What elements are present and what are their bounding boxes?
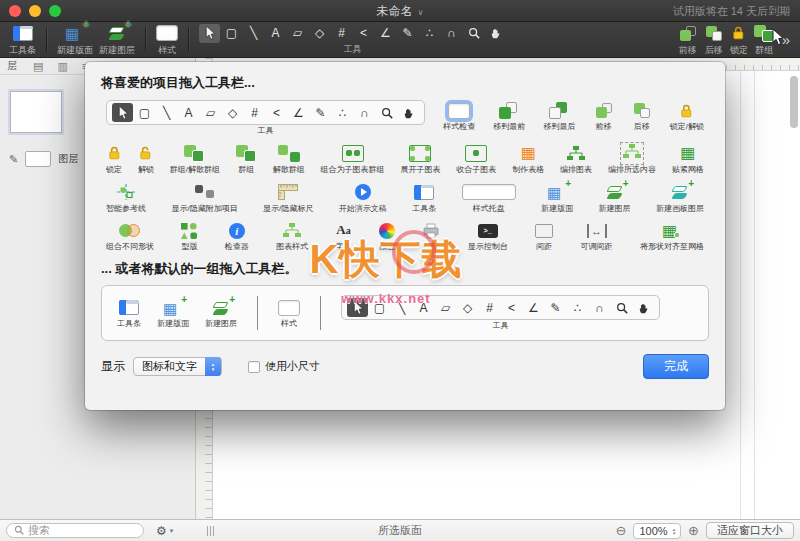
item-lock[interactable]: 锁定	[727, 23, 751, 56]
item-new-layer[interactable]: +新建图层	[96, 23, 138, 56]
tool-magnet-icon[interactable]: ∩	[589, 298, 610, 317]
zoom-in-icon[interactable]: ⊕	[688, 523, 699, 538]
item-console[interactable]: >_显示控制台	[465, 220, 511, 252]
item-layout-selection[interactable]: 编排所选内容	[605, 143, 659, 175]
tool-angle-icon[interactable]: ∠	[375, 24, 396, 43]
tool-angle-icon[interactable]: ∠	[523, 298, 544, 317]
item-presentation[interactable]: 开始演示文稿	[336, 182, 390, 214]
item-stencil[interactable]: 型版	[178, 220, 200, 252]
item-style-well-focus[interactable]: 样式检查	[440, 100, 478, 132]
display-mode-popup[interactable]: 图标和文字 ▴▾	[133, 357, 222, 376]
item-group-ungroup[interactable]: 群组/解散群组	[167, 143, 223, 175]
tool-compare-icon[interactable]: <	[353, 24, 374, 43]
tool-diamond-icon[interactable]: ◇	[222, 103, 243, 122]
item-new-layer[interactable]: +新建图层	[202, 297, 240, 329]
item-new-layer[interactable]: +新建图层	[596, 182, 634, 214]
tool-magnet-icon[interactable]: ∩	[354, 103, 375, 122]
item-toolbar-pane[interactable]: 工具条	[114, 297, 144, 329]
tool-pen-icon[interactable]: ▱	[200, 103, 221, 122]
item-new-canvas[interactable]: ▦+新建版面	[154, 297, 192, 329]
item-attachments[interactable]: 显示/隐藏附加项目	[168, 182, 240, 214]
zoom-level-popup[interactable]: 100% ▴▾	[633, 523, 681, 539]
tool-line-icon[interactable]: ╲	[391, 298, 412, 317]
tool-pencil-icon[interactable]: ✎	[545, 298, 566, 317]
tool-line-icon[interactable]: ╲	[156, 103, 177, 122]
tool-angle-icon[interactable]: ∠	[288, 103, 309, 122]
item-collapse-subgraph[interactable]: 收合子图表	[453, 143, 499, 175]
item-unlock[interactable]: 解锁	[135, 143, 157, 175]
tool-cursor-icon[interactable]	[112, 103, 133, 122]
tool-hand-icon[interactable]	[633, 298, 654, 317]
tool-line-icon[interactable]: ╲	[243, 24, 264, 43]
tool-pen-icon[interactable]: ▱	[287, 24, 308, 43]
layers-icon[interactable]: ▤	[33, 61, 43, 72]
edit-pencil-icon[interactable]: ✎	[9, 153, 18, 166]
tool-text-icon[interactable]: A	[413, 298, 434, 317]
item-space[interactable]: 间距	[532, 220, 556, 252]
tool-text-icon[interactable]: A	[178, 103, 199, 122]
vertical-scrollbar[interactable]	[790, 76, 798, 513]
tool-nodes-icon[interactable]: ∴	[567, 298, 588, 317]
tool-diamond-icon[interactable]: ◇	[457, 298, 478, 317]
item-print[interactable]: 打印	[419, 220, 443, 252]
tool-hand-icon[interactable]	[485, 24, 506, 43]
tool-magnet-icon[interactable]: ∩	[441, 24, 462, 43]
item-subgraph-group[interactable]: 组合为子图表群组	[318, 143, 388, 175]
splitter-grip[interactable]	[207, 526, 214, 536]
tool-nodes-icon[interactable]: ∴	[419, 24, 440, 43]
item-new-canvas[interactable]: ▦+新建版面	[538, 182, 576, 214]
fit-window-button[interactable]: 适应窗口大小	[706, 522, 794, 539]
item-toolbar-pane[interactable]: 工具条	[6, 23, 39, 56]
item-make-table[interactable]: ▦制作表格	[509, 143, 547, 175]
item-forward[interactable]: 前移	[591, 100, 617, 132]
item-expand-subgraph[interactable]: 展开子图表	[397, 143, 443, 175]
tool-artboard-icon[interactable]: #	[331, 24, 352, 43]
tool-cursor-icon[interactable]	[199, 24, 220, 43]
item-flex-space[interactable]: ↔可调间距	[578, 220, 616, 252]
layer-color-swatch[interactable]	[25, 151, 51, 167]
tool-zoom-icon[interactable]	[463, 24, 484, 43]
tool-cursor-icon[interactable]	[347, 298, 368, 317]
tool-artboard-icon[interactable]: #	[244, 103, 265, 122]
tool-shape-icon[interactable]: ▢	[369, 298, 390, 317]
tool-zoom-icon[interactable]	[611, 298, 632, 317]
done-button[interactable]: 完成	[643, 354, 709, 379]
item-ungroup[interactable]: 解散群组	[270, 143, 308, 175]
item-rulers[interactable]: 显示/隐藏标尺	[260, 182, 316, 214]
item-colors[interactable]: 颜色	[376, 220, 398, 252]
item-lock[interactable]: 锁定	[103, 143, 125, 175]
window-titlebar[interactable]: 未命名∨ 试用版将在 14 天后到期	[0, 0, 800, 22]
tool-text-icon[interactable]: A	[265, 24, 286, 43]
tool-pencil-icon[interactable]: ✎	[310, 103, 331, 122]
item-align-grid[interactable]: ▦将形状对齐至网格	[637, 220, 707, 252]
columns-icon[interactable]: ▥	[57, 61, 67, 72]
tool-pencil-icon[interactable]: ✎	[397, 24, 418, 43]
item-new-canvas[interactable]: ▦+新建版面	[54, 23, 96, 56]
item-lock-unlock[interactable]: 锁定/解锁	[667, 100, 707, 132]
item-move-back[interactable]: 移到最后	[540, 100, 578, 132]
item-diagram-style[interactable]: 图表样式	[273, 220, 311, 252]
item-forward[interactable]: 前移	[675, 23, 701, 56]
tool-pen-icon[interactable]: ▱	[435, 298, 456, 317]
item-backward[interactable]: 后移	[629, 100, 655, 132]
tool-zoom-icon[interactable]	[376, 103, 397, 122]
tool-compare-icon[interactable]: <	[501, 298, 522, 317]
item-new-artboard-layer[interactable]: +新建画板图层	[653, 182, 707, 214]
tool-hand-icon[interactable]	[398, 103, 419, 122]
canvas-thumbnail[interactable]	[10, 91, 62, 133]
tool-shape-icon[interactable]: ▢	[221, 24, 242, 43]
item-style-tray[interactable]: 样式托盘	[459, 182, 519, 214]
item-font[interactable]: Aa字体	[333, 220, 355, 252]
small-size-checkbox[interactable]	[248, 361, 260, 373]
item-style-well[interactable]: 样式	[275, 297, 303, 329]
tool-shape-icon[interactable]: ▢	[134, 103, 155, 122]
search-input[interactable]: 搜索	[6, 523, 144, 538]
item-combine-shapes[interactable]: 组合不同形状	[103, 220, 157, 252]
item-layout-diagram[interactable]: 编排图表	[557, 143, 595, 175]
small-size-option[interactable]: 使用小尺寸	[248, 359, 320, 374]
item-snap-grid[interactable]: ▦贴紧网格	[669, 143, 707, 175]
tool-compare-icon[interactable]: <	[266, 103, 287, 122]
tool-diamond-icon[interactable]: ◇	[309, 24, 330, 43]
item-backward[interactable]: 后移	[701, 23, 727, 56]
item-move-front[interactable]: 移到最前	[490, 100, 528, 132]
